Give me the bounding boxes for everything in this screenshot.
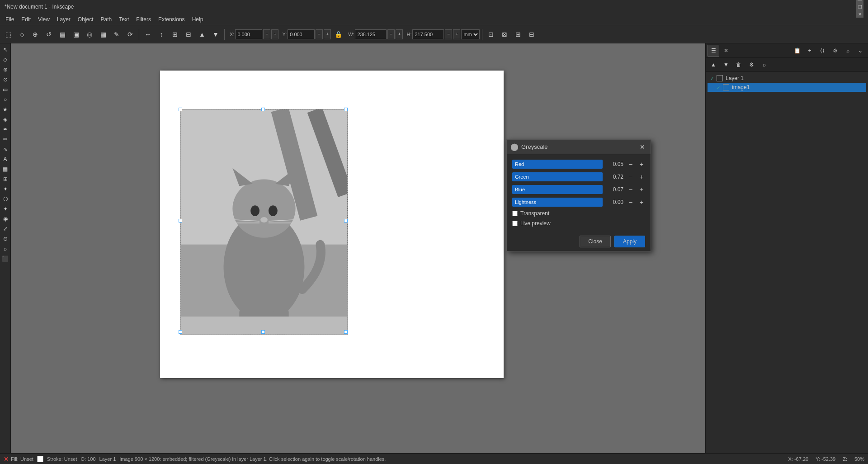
gradient-btn[interactable]: ▦ <box>97 28 109 41</box>
maximize-button[interactable]: ❐ <box>856 3 863 10</box>
handle-top-center[interactable] <box>261 108 265 111</box>
object-properties-btn[interactable]: 📋 <box>791 45 803 57</box>
menu-view[interactable]: View <box>34 15 53 24</box>
dialog-close-button[interactable]: ✕ <box>638 142 647 152</box>
layers-search-btn[interactable]: ⌕ <box>842 45 854 57</box>
y-dec[interactable]: − <box>316 29 323 39</box>
fill-btn[interactable]: ▣ <box>70 28 82 41</box>
red-dec-button[interactable]: − <box>627 161 634 168</box>
handle-bottom-left[interactable] <box>179 330 182 334</box>
red-slider[interactable]: Red <box>512 160 603 169</box>
paint-tool[interactable]: ⬡ <box>1 194 10 204</box>
new-layer-btn[interactable]: + <box>804 45 816 57</box>
lock-aspect-btn[interactable]: 🔒 <box>332 28 344 41</box>
handle-mid-right[interactable] <box>344 219 348 223</box>
x-input[interactable] <box>235 29 262 39</box>
zoom-tool[interactable]: ⊙ <box>1 75 10 84</box>
color-tool[interactable]: ⬛ <box>1 254 10 263</box>
lightness-dec-button[interactable]: − <box>627 199 634 206</box>
close-button[interactable]: Close <box>580 236 611 247</box>
handle-bottom-center[interactable] <box>261 330 265 334</box>
star-tool[interactable]: ★ <box>1 105 10 114</box>
rect-tool[interactable]: ▭ <box>1 85 10 94</box>
node-tool-btn[interactable]: ◇ <box>15 28 28 41</box>
handle-bottom-right[interactable] <box>344 330 348 334</box>
menu-filters[interactable]: Filters <box>132 15 155 24</box>
pen-tool[interactable]: ✒ <box>1 125 10 134</box>
live-preview-checkbox[interactable] <box>512 221 518 226</box>
menu-file[interactable]: File <box>2 15 18 24</box>
apply-button[interactable]: Apply <box>614 236 645 247</box>
eraser-tool[interactable]: ◉ <box>1 214 10 223</box>
node-tool[interactable]: ◇ <box>1 55 10 64</box>
layer-up-btn[interactable]: ▲ <box>708 59 719 71</box>
gradient-tool[interactable]: ▦ <box>1 165 10 174</box>
zoom-tool-btn[interactable]: ⊕ <box>29 28 42 41</box>
h-input[interactable] <box>412 29 444 39</box>
menu-path[interactable]: Path <box>97 15 116 24</box>
xml-editor-btn[interactable]: ⟨⟩ <box>816 45 828 57</box>
symbol-tool[interactable]: ✦ <box>1 204 10 213</box>
arrow-tool[interactable]: ↖ <box>1 45 10 54</box>
image-1-item[interactable]: ✓ image1 <box>708 83 866 92</box>
d3-tool[interactable]: ◈ <box>1 115 10 124</box>
mesh-tool[interactable]: ⊞ <box>1 175 10 184</box>
lightness-slider[interactable]: Lightness <box>512 198 603 207</box>
transform-btn[interactable]: ↺ <box>42 28 55 41</box>
blue-slider[interactable]: Blue <box>512 185 603 194</box>
rotate-btn[interactable]: ⟳ <box>124 28 137 41</box>
minimize-button[interactable]: — <box>856 0 863 3</box>
layer-settings2-btn[interactable]: ⚙ <box>745 59 757 71</box>
unit-select[interactable]: mm px pt in <box>461 29 480 39</box>
handle-mid-left[interactable] <box>179 219 182 223</box>
lightness-inc-button[interactable]: + <box>638 199 645 206</box>
blue-dec-button[interactable]: − <box>627 186 634 193</box>
x-dec[interactable]: − <box>263 29 270 39</box>
search-tool[interactable]: ⌕ <box>1 244 10 253</box>
tweak-tool[interactable]: ⊕ <box>1 65 10 74</box>
w-input[interactable] <box>355 29 387 39</box>
dropper-btn[interactable]: ✎ <box>110 28 123 41</box>
flip-v-btn[interactable]: ↕ <box>155 28 168 41</box>
w-inc[interactable]: + <box>396 29 403 39</box>
green-dec-button[interactable]: − <box>627 173 634 180</box>
menu-layer[interactable]: Layer <box>53 15 74 24</box>
select-tool-btn[interactable]: ⬚ <box>2 28 14 41</box>
connector-tool[interactable]: ⤢ <box>1 224 10 233</box>
handle-top-right[interactable] <box>344 108 348 111</box>
eyedropper-tool[interactable]: ✦ <box>1 185 10 194</box>
h-inc[interactable]: + <box>453 29 460 39</box>
align-btn[interactable]: ▤ <box>56 28 69 41</box>
calligraphy-tool[interactable]: ∿ <box>1 145 10 154</box>
snap4-btn[interactable]: ⊟ <box>525 28 538 41</box>
y-inc[interactable]: + <box>324 29 331 39</box>
menu-object[interactable]: Object <box>74 15 97 24</box>
circle-tool[interactable]: ○ <box>1 95 10 104</box>
y-input[interactable] <box>288 29 315 39</box>
group-btn[interactable]: ⊞ <box>169 28 181 41</box>
selected-image[interactable] <box>180 109 348 335</box>
pencil-tool[interactable]: ✏ <box>1 135 10 144</box>
layers-settings-btn[interactable]: ⚙ <box>829 45 841 57</box>
layers-chevron-btn[interactable]: ⌄ <box>854 45 866 57</box>
menu-extensions[interactable]: Extensions <box>155 15 189 24</box>
red-inc-button[interactable]: + <box>638 161 645 168</box>
zoom-out-tool[interactable]: ⊖ <box>1 234 10 243</box>
x-inc[interactable]: + <box>271 29 278 39</box>
layer-down-btn[interactable]: ▼ <box>720 59 732 71</box>
lower-btn[interactable]: ▼ <box>209 28 222 41</box>
layer-delete-btn[interactable]: 🗑 <box>733 59 745 71</box>
layers-close-btn[interactable]: ✕ <box>720 45 732 57</box>
layers-tab-btn[interactable]: ☰ <box>708 45 719 57</box>
snap-btn[interactable]: ⊡ <box>485 28 497 41</box>
h-dec[interactable]: − <box>445 29 452 39</box>
menu-help[interactable]: Help <box>189 15 207 24</box>
snap2-btn[interactable]: ⊠ <box>498 28 511 41</box>
layer-search2-btn[interactable]: ⌕ <box>758 59 770 71</box>
blue-inc-button[interactable]: + <box>638 186 645 193</box>
close-button[interactable]: ✕ <box>856 10 863 18</box>
transparent-checkbox[interactable] <box>512 211 518 216</box>
raise-btn[interactable]: ▲ <box>196 28 208 41</box>
flip-h-btn[interactable]: ↔ <box>142 28 154 41</box>
snap3-btn[interactable]: ⊞ <box>512 28 524 41</box>
